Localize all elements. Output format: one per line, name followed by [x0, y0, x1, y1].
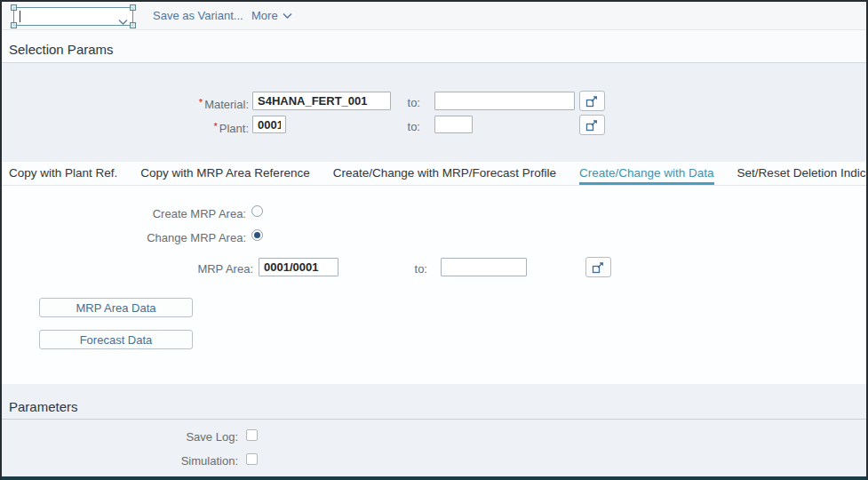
- plant-input[interactable]: [252, 116, 286, 133]
- mrp-area-to-input[interactable]: [441, 258, 527, 276]
- material-to-input[interactable]: [434, 92, 575, 110]
- simulation-label: Simulation:: [60, 453, 238, 468]
- material-to-label: to:: [331, 95, 420, 110]
- create-mrp-area-radio[interactable]: [251, 205, 263, 217]
- change-mrp-area-radio[interactable]: [251, 229, 263, 241]
- save-log-checkbox[interactable]: [246, 429, 258, 441]
- parameters-header: Parameters: [2, 384, 866, 420]
- more-button[interactable]: More: [251, 9, 292, 22]
- plant-label: *Plant:: [71, 119, 249, 136]
- save-log-label: Save Log:: [60, 429, 238, 444]
- tab-set-reset-deletion-indicator[interactable]: Set/Reset Deletion Indicator: [737, 162, 868, 185]
- mrp-area-input[interactable]: [259, 258, 338, 276]
- sap-window: Save as Variant... More Selection Params…: [0, 0, 868, 480]
- forecast-data-button[interactable]: Forecast Data: [39, 330, 193, 349]
- tab-copy-with-plant-ref[interactable]: Copy with Plant Ref.: [9, 162, 117, 185]
- tab-copy-with-mrp-area-reference[interactable]: Copy with MRP Area Reference: [140, 162, 309, 185]
- tab-create-change-with-mrp-forecast-profile[interactable]: Create/Change with MRP/Forecast Profile: [333, 162, 556, 185]
- more-label: More: [251, 9, 278, 22]
- save-as-variant-label: Save as Variant...: [153, 9, 243, 22]
- plant-multi-select-button[interactable]: [579, 115, 605, 135]
- plant-to-label: to:: [331, 119, 420, 134]
- tab-create-change-with-data[interactable]: Create/Change with Data: [579, 162, 714, 185]
- change-mrp-area-label: Change MRP Area:: [68, 230, 246, 245]
- selection-params-header: Selection Params: [2, 30, 866, 63]
- mrp-area-data-button[interactable]: MRP Area Data: [39, 298, 193, 317]
- save-as-variant-button[interactable]: Save as Variant...: [153, 9, 243, 22]
- chevron-down-icon: [283, 12, 292, 20]
- tabstrip: Copy with Plant Ref. Copy with MRP Area …: [2, 162, 866, 186]
- section-title: Selection Params: [9, 42, 114, 57]
- selection-handle: [130, 22, 136, 28]
- toolbar: Save as Variant... More: [2, 2, 866, 30]
- multi-select-icon: [585, 118, 599, 132]
- multi-select-icon: [592, 260, 605, 274]
- required-marker: *: [213, 121, 217, 132]
- simulation-checkbox[interactable]: [246, 453, 258, 465]
- chevron-down-icon[interactable]: [118, 13, 128, 29]
- mrp-area-multi-select-button[interactable]: [585, 257, 611, 277]
- material-multi-select-button[interactable]: [579, 91, 605, 111]
- multi-select-icon: [585, 94, 599, 108]
- text-cursor: [20, 11, 20, 22]
- mrp-area-to-label: to:: [338, 261, 427, 276]
- selection-handle: [130, 4, 136, 11]
- required-marker: *: [199, 97, 203, 108]
- selection-handle: [11, 4, 17, 11]
- selection-handle: [11, 22, 17, 28]
- variant-combobox[interactable]: [13, 7, 133, 26]
- section-title: Parameters: [9, 399, 78, 414]
- mrp-area-label: MRP Area:: [76, 261, 253, 276]
- create-mrp-area-label: Create MRP Area:: [68, 206, 246, 221]
- selection-params-area: [2, 63, 866, 162]
- material-label: *Material:: [71, 95, 249, 112]
- plant-to-input[interactable]: [434, 116, 473, 133]
